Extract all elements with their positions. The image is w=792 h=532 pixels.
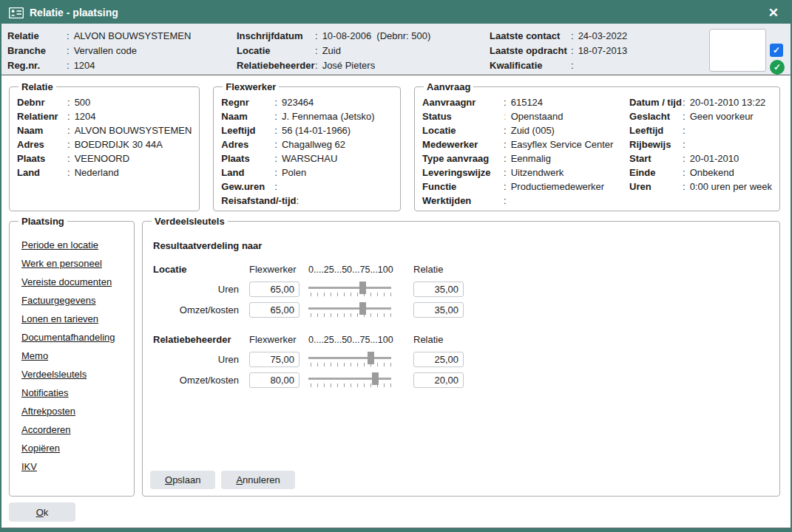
nav-link-lonen-en-tarieven[interactable]: Lonen en tarieven [21,310,126,328]
save-button[interactable]: Opslaan [150,471,215,489]
field-label: Leeftijd [629,123,683,137]
nav-link-vereiste-documenten[interactable]: Vereiste documenten [21,273,126,291]
nav-link-factuurgegevens[interactable]: Factuurgegevens [21,291,126,310]
row-label: Omzet/kosten [180,304,240,316]
slider-track [308,287,391,289]
field-value: VEENOORD [75,151,129,166]
contact-card-icon [9,7,24,18]
window-title: Relatie - plaatsing [30,7,118,18]
plaatsing-nav-list: Periode en locatie Werk en personeel Ver… [17,230,126,476]
field-row: Type aanvraagEenmalig [422,151,629,166]
field-value: Nederland [75,166,119,180]
column-header-relatie: Relatie [413,334,464,345]
field-label: Rijbewijs [629,137,683,151]
relatie-value-input[interactable] [413,302,464,318]
field-value: Onbekend [690,166,734,180]
field-label: Einde [629,166,683,180]
nav-link-notificaties[interactable]: Notificaties [21,383,126,402]
flexwerker-panel: Flexwerker Regnr923464 NaamJ. Fennemaa (… [213,81,401,211]
allocation-slider[interactable] [308,280,391,298]
verdeelsleutels-panel: Verdeelsleutels Resultaatverdeling naar … [142,216,780,497]
nav-link-documentafhandeling[interactable]: Documentafhandeling [21,328,126,347]
allocation-row-uren: Uren [153,280,772,298]
nav-link-aftrekposten[interactable]: Aftrekposten [21,402,126,420]
nav-link-kopieren[interactable]: Kopiëren [21,439,126,457]
plaatsing-nav-panel: Plaatsing Periode en locatie Werk en per… [9,216,135,497]
field-value: 18-07-2013 [578,44,628,58]
header-column-relation: RelatieALVON BOUWSYSTEMEN BrancheVervall… [7,29,237,73]
field-label: Gew.uren [221,180,274,194]
plaatsing-panel-legend: Plaatsing [18,216,67,227]
field-row: LeveringswijzeUitzendwerk [422,166,629,180]
header-column-registration: Inschrijfdatum10-08-2006 (Debnr: 500) Lo… [237,29,490,73]
field-label: Kwalificatie [490,58,571,73]
field-value: 20-01-2010 [690,151,739,166]
allocation-slider[interactable] [308,371,391,389]
nav-link-verdeelsleutels[interactable]: Verdeelsleutels [21,365,126,383]
relatie-value-input[interactable] [413,352,464,367]
checkbox-checked-icon[interactable]: ✓ [770,44,783,57]
flexwerker-value-input[interactable] [249,352,299,367]
field-row: NaamJ. Fennemaa (Jetsko) [221,109,393,123]
field-label: Type aanvraag [422,151,504,166]
relatie-value-input[interactable] [413,282,464,297]
field-label: Locatie [237,44,315,58]
allocation-group-header: Relatiebeheerder Flexwerker 0....25...50… [153,334,772,345]
nav-link-memo[interactable]: Memo [21,347,126,365]
allocation-slider[interactable] [308,350,391,368]
field-row: AdresBOEDRDIJK 30 44A [17,137,192,151]
nav-link-accorderen[interactable]: Accorderen [21,420,126,439]
result-distribution-heading: Resultaatverdeling naar [153,240,772,251]
info-panels-row: Relatie Debnr500 Relatienr1204 NaamALVON… [1,75,791,211]
row-label: Uren [218,284,240,295]
allocation-row-uren: Uren [153,350,772,368]
field-value: Geen voorkeur [690,109,754,123]
field-label: Laatste contact [490,29,571,44]
flexwerker-panel-legend: Flexwerker [223,81,279,92]
allocation-row-omzet-kosten: Omzet/kosten [153,371,772,389]
row-label: Uren [218,354,240,365]
form-buttons: Opslaan Annuleren [150,471,772,491]
field-row: Rijbewijs [629,137,772,151]
status-flags: ✓ ✓ [770,29,785,75]
field-row: AdresChagallweg 62 [221,137,393,151]
ok-button[interactable]: Ok [9,502,75,522]
flexwerker-value-input[interactable] [249,282,299,297]
nav-link-periode-en-locatie[interactable]: Periode en locatie [21,236,126,254]
column-header-scale: 0....25...50...75...100 [308,265,405,275]
field-value: Productiemedewerker [511,180,604,194]
relatie-panel: Relatie Debnr500 Relatienr1204 NaamALVON… [9,81,200,211]
field-label: Inschrijfdatum [237,29,315,44]
header-row: LocatieZuid [237,44,490,58]
field-value: 1204 [74,58,95,73]
slider-ticks [311,363,391,366]
field-label: Leveringswijze [422,166,504,180]
nav-link-ikv[interactable]: IKV [21,457,126,476]
field-row: LandPolen [221,166,393,180]
field-row: Leeftijd56 (14-01-1966) [221,123,393,137]
field-value: 10-08-2006 (Debnr: 500) [322,29,431,44]
column-header-flexwerker: Flexwerker [249,264,299,275]
nav-link-werk-en-personeel[interactable]: Werk en personeel [21,254,126,273]
field-value: Eenmalig [511,151,551,166]
field-label: Land [17,166,67,180]
field-value: Chagallweg 62 [282,137,345,151]
field-value: Polen [282,166,306,180]
flexwerker-value-input[interactable] [249,372,299,388]
field-label: Debnr [17,95,67,109]
field-label: Naam [17,123,67,137]
field-label: Laatste opdracht [490,44,571,58]
flexwerker-value-input[interactable] [249,302,299,318]
slider-ticks [311,313,391,317]
field-value: Easyflex Service Center [511,137,614,151]
row-label: Omzet/kosten [180,375,240,386]
window-bottom-border [1,528,791,531]
close-icon[interactable]: ✕ [765,5,782,21]
cancel-button[interactable]: Annuleren [221,471,294,489]
relatie-value-input[interactable] [413,372,464,388]
header-row: Laatste contact24-03-2022 [490,29,680,44]
field-row: NaamALVON BOUWSYSTEMEN [17,123,192,137]
allocation-slider[interactable] [308,301,391,318]
field-value: 923464 [282,95,314,109]
allocation-group-header: Locatie Flexwerker 0....25...50...75...1… [153,264,772,275]
